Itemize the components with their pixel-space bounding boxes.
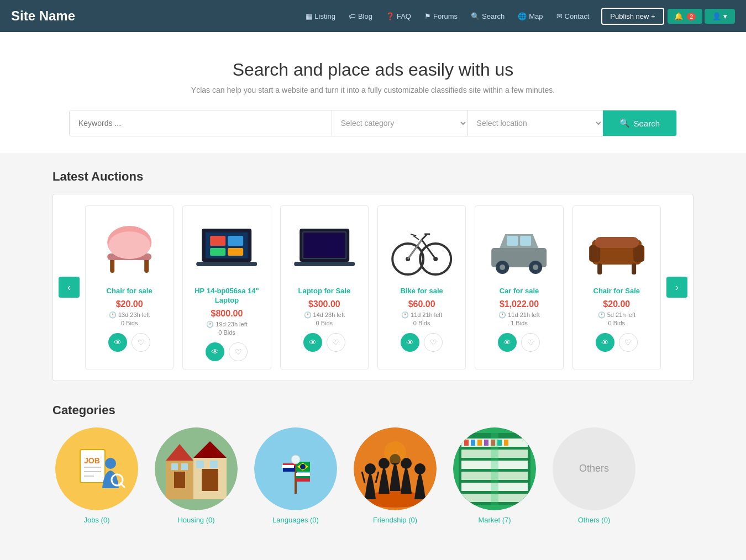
svg-rect-31 <box>520 236 531 246</box>
view-button[interactable]: 👁 <box>108 333 127 352</box>
favorite-button[interactable]: ♡ <box>521 333 540 352</box>
search-icon: 🔍 <box>619 118 630 128</box>
svg-rect-94 <box>477 440 482 446</box>
hero-title: Search and place ads easily with us <box>11 60 735 80</box>
nav-map[interactable]: 🌐 Map <box>512 9 548 24</box>
svg-line-28 <box>411 234 416 236</box>
card-time: 🕐 19d 23h left <box>188 321 265 328</box>
svg-line-27 <box>413 236 419 240</box>
svg-rect-61 <box>210 461 218 468</box>
svg-point-35 <box>533 265 538 270</box>
svg-rect-55 <box>171 463 178 470</box>
view-button[interactable]: 👁 <box>498 333 517 352</box>
blog-icon: 🏷 <box>349 12 356 20</box>
auctions-section: Latest Auctions ‹ Chair for sa <box>52 170 694 381</box>
card-title: Chair for Sale <box>579 287 655 296</box>
card-title: Laptop for Sale <box>286 287 363 296</box>
auction-cards-container: Chair for sale $20.00 🕐 13d 23h left 0 B… <box>80 205 666 369</box>
category-jobs[interactable]: JOB Jobs (0) <box>52 427 141 524</box>
view-button[interactable]: 👁 <box>206 342 224 361</box>
favorite-button[interactable]: ♡ <box>424 333 443 352</box>
svg-rect-16 <box>305 234 344 256</box>
card-bids: 0 Bids <box>383 320 460 326</box>
forums-icon: ⚑ <box>424 12 431 20</box>
card-actions: 👁 ♡ <box>579 333 655 352</box>
friendship-image <box>354 427 437 510</box>
svg-point-83 <box>384 441 406 463</box>
search-button[interactable]: 🔍 Search <box>603 110 676 136</box>
card-price: $20.00 <box>579 299 655 309</box>
others-image: Others <box>553 427 635 510</box>
card-bids: 0 Bids <box>286 320 363 326</box>
card-title: HP 14-bp056sa 14" Laptop <box>188 287 265 305</box>
keywords-input[interactable] <box>70 110 332 136</box>
svg-point-73 <box>291 455 300 464</box>
svg-rect-39 <box>595 237 639 248</box>
search-bar: Select category Select location 🔍 Search <box>69 110 677 136</box>
faq-icon: ❓ <box>386 12 395 20</box>
svg-rect-92 <box>464 440 469 446</box>
nav-contact[interactable]: ✉ Contact <box>551 9 595 24</box>
user-menu-button[interactable]: 👤 ▾ <box>705 9 735 24</box>
carousel-next-button[interactable]: › <box>666 277 687 298</box>
auction-card: Chair for Sale $20.00 🕐 5d 21h left 0 Bi… <box>572 205 661 369</box>
languages-label: Languages (0) <box>272 516 319 524</box>
location-select[interactable]: Select location <box>467 110 603 136</box>
auction-card: HP 14-bp056sa 14" Laptop $800.00 🕐 19d 2… <box>182 205 271 369</box>
svg-rect-98 <box>504 440 508 446</box>
view-button[interactable]: 👁 <box>596 333 614 352</box>
card-image <box>91 215 167 281</box>
card-actions: 👁 ♡ <box>286 333 363 352</box>
nav-search[interactable]: 🔍 Search <box>465 9 510 24</box>
category-friendship[interactable]: Friendship (0) <box>351 427 439 524</box>
hero-section: Search and place ads easily with us Ycla… <box>0 32 746 153</box>
nav-blog[interactable]: 🏷 Blog <box>343 9 378 24</box>
nav-listing[interactable]: ▦ Listing <box>300 9 341 24</box>
card-image <box>188 215 265 281</box>
svg-rect-11 <box>228 248 243 256</box>
others-label: Others (0) <box>578 516 611 524</box>
card-bids: 0 Bids <box>188 329 265 336</box>
card-price: $60.00 <box>383 299 460 309</box>
card-image <box>383 215 460 281</box>
svg-rect-71 <box>296 473 310 476</box>
card-title: Chair for sale <box>91 287 167 296</box>
jobs-label: Jobs (0) <box>84 516 110 524</box>
svg-rect-10 <box>210 248 225 256</box>
view-button[interactable]: 👁 <box>401 333 419 352</box>
categories-section: Categories JOB <box>52 403 694 524</box>
map-icon: 🌐 <box>518 12 527 20</box>
svg-rect-54 <box>174 472 185 488</box>
auction-card: Chair for sale $20.00 🕐 13d 23h left 0 B… <box>85 205 174 369</box>
notification-button[interactable]: 🔔 2 <box>668 9 703 24</box>
svg-rect-99 <box>491 433 498 505</box>
category-market[interactable]: Market (7) <box>450 427 539 524</box>
svg-rect-43 <box>80 450 105 483</box>
auction-carousel: ‹ Chair for sale $20.00 <box>52 194 694 381</box>
view-button[interactable]: 👁 <box>303 333 322 352</box>
category-others[interactable]: Others Others (0) <box>550 427 638 524</box>
svg-rect-72 <box>296 478 310 482</box>
auction-card: Laptop for Sale $300.00 🕐 14d 23h left 0… <box>280 205 369 369</box>
publish-new-button[interactable]: Publish new + <box>601 8 664 25</box>
favorite-button[interactable]: ♡ <box>619 333 638 352</box>
category-housing[interactable]: Housing (0) <box>152 427 240 524</box>
auctions-title: Latest Auctions <box>52 170 694 184</box>
card-time: 🕐 13d 23h left <box>91 311 167 319</box>
category-languages[interactable]: Languages (0) <box>251 427 340 524</box>
card-title: Bike for sale <box>383 287 460 296</box>
favorite-button[interactable]: ♡ <box>327 333 345 352</box>
nav-forums[interactable]: ⚑ Forums <box>419 9 463 24</box>
category-select[interactable]: Select category <box>332 110 467 136</box>
card-image <box>286 215 363 281</box>
svg-rect-40 <box>597 263 602 274</box>
nav-faq[interactable]: ❓ FAQ <box>380 9 417 24</box>
svg-rect-59 <box>202 469 218 491</box>
navbar: Site Name ▦ Listing 🏷 Blog ❓ FAQ ⚑ Forum… <box>0 0 746 32</box>
auction-card: Car for sale $1,022.00 🕐 11d 21h left 1 … <box>475 205 563 369</box>
card-price: $300.00 <box>286 299 363 309</box>
svg-rect-8 <box>210 236 225 246</box>
carousel-prev-button[interactable]: ‹ <box>59 277 80 298</box>
favorite-button[interactable]: ♡ <box>229 342 248 361</box>
favorite-button[interactable]: ♡ <box>132 333 150 352</box>
